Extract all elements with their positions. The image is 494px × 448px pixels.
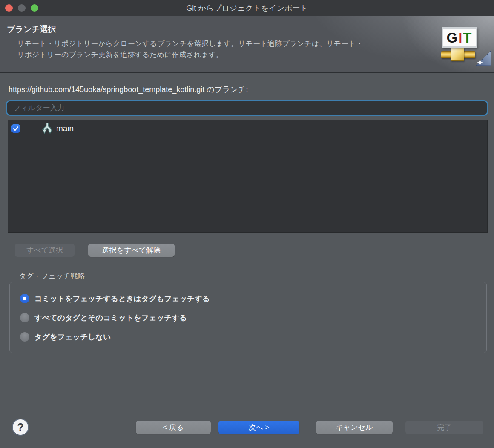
git-branch-icon: [42, 123, 53, 135]
git-pipe-cube-icon: [451, 48, 464, 61]
wizard-sparkle-icon: [475, 49, 491, 66]
finish-button[interactable]: 完了: [405, 421, 483, 434]
git-logo-icon: GIT: [442, 27, 477, 48]
tag-fetch-strategy-group: コミットをフェッチするときはタグもフェッチする すべてのタグとそのコミットをフェ…: [9, 282, 487, 353]
radio-fetch-no-tags[interactable]: タグをフェッチしない: [20, 332, 486, 342]
cancel-button[interactable]: キャンセル: [316, 421, 393, 434]
branch-checkbox[interactable]: [11, 124, 20, 133]
window-title: Git からプロジェクトをインポート: [0, 0, 494, 16]
radio-fetch-all-tags[interactable]: すべてのタグとそのコミットをフェッチする: [20, 313, 486, 322]
import-from-git-dialog: Git からプロジェクトをインポート ブランチ選択 リモート・リポジトリーからク…: [0, 0, 494, 448]
next-button[interactable]: 次へ >: [218, 421, 299, 434]
back-button[interactable]: < 戻る: [136, 421, 211, 434]
page-title: ブランチ選択: [7, 24, 56, 35]
git-logo-letter-t: T: [463, 31, 472, 45]
radio-button-icon[interactable]: [20, 313, 29, 322]
branch-filter-input[interactable]: [6, 100, 488, 116]
titlebar: Git からプロジェクトをインポート: [0, 0, 494, 16]
select-all-button[interactable]: すべて選択: [15, 244, 75, 257]
radio-fetch-tags-with-commits[interactable]: コミットをフェッチするときはタグもフェッチする: [20, 293, 486, 303]
branch-name: main: [56, 124, 74, 133]
tag-fetch-strategy-label: タグ・フェッチ戦略: [19, 271, 85, 281]
radio-button-icon[interactable]: [20, 294, 29, 303]
question-mark-icon: ?: [17, 421, 23, 434]
radio-label: タグをフェッチしない: [34, 332, 111, 342]
checkmark-icon: [11, 124, 20, 133]
radio-label: すべてのタグとそのコミットをフェッチする: [34, 313, 187, 323]
wizard-banner: ブランチ選択 リモート・リポジトリーからクローンするブランチを選択します。リモー…: [0, 16, 494, 73]
radio-button-icon[interactable]: [20, 332, 29, 342]
page-description-line1: リモート・リポジトリーからクローンするブランチを選択します。リモート追跡ブランチ…: [17, 38, 363, 49]
branch-list[interactable]: main: [8, 120, 488, 233]
help-button[interactable]: ?: [13, 419, 28, 435]
deselect-all-button[interactable]: 選択をすべて解除: [88, 244, 175, 257]
radio-label: コミットをフェッチするときはタグもフェッチする: [34, 293, 210, 304]
git-logo-letter-g: G: [446, 31, 458, 45]
page-description-line2: リポジトリーのブランチ更新を追跡するために作成されます。: [17, 49, 363, 60]
repository-branches-label: https://github.com/145uoka/springboot_te…: [9, 84, 248, 95]
page-description: リモート・リポジトリーからクローンするブランチを選択します。リモート追跡ブランチ…: [17, 38, 363, 60]
branch-list-item-main[interactable]: main: [8, 120, 487, 137]
git-logo-letter-i: I: [458, 31, 463, 45]
